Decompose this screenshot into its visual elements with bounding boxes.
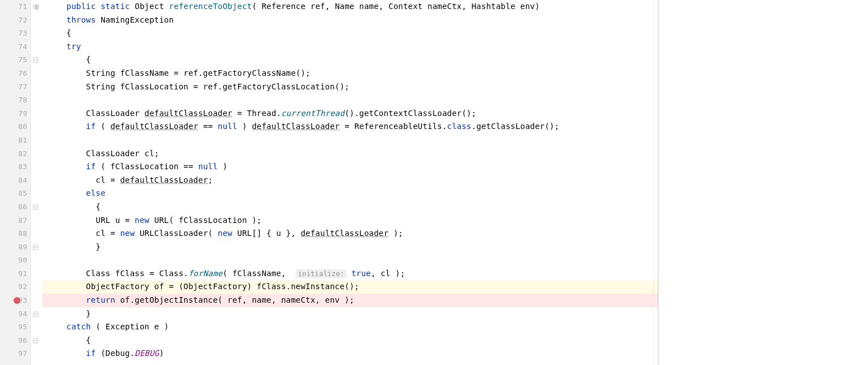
code-token: true — [351, 269, 371, 278]
code-line[interactable]: } — [42, 241, 658, 254]
gutter-marker[interactable] — [31, 267, 42, 281]
line-number-gutter[interactable]: 7172737475767778798081828384858687888990… — [0, 0, 31, 365]
code-line[interactable]: ObjectFactory of = (ObjectFactory) fClas… — [42, 280, 658, 294]
line-number[interactable]: 76 — [0, 67, 31, 80]
line-number[interactable]: 88 — [0, 227, 31, 241]
code-line[interactable]: return of.getObjectInstance( ref, name, … — [42, 294, 658, 307]
gutter-marker[interactable] — [31, 147, 42, 161]
gutter-marker[interactable] — [31, 294, 42, 307]
code-line[interactable]: { — [42, 27, 658, 40]
fold-icon[interactable] — [33, 244, 38, 250]
code-line[interactable] — [42, 93, 658, 107]
code-line[interactable]: cl = new URLClassLoader( new URL[] { u }… — [42, 227, 658, 241]
gutter-marker[interactable] — [31, 280, 42, 294]
gutter-marker[interactable] — [31, 320, 42, 334]
line-number[interactable]: 72 — [0, 14, 31, 27]
gutter-marker[interactable] — [31, 241, 42, 254]
gutter-marker[interactable] — [31, 67, 42, 80]
fold-icon[interactable] — [33, 57, 38, 63]
line-number[interactable]: 97 — [0, 347, 31, 360]
gutter-marker[interactable] — [31, 160, 42, 174]
gutter-marker[interactable] — [31, 27, 42, 40]
fold-icon[interactable] — [33, 4, 38, 10]
line-number[interactable]: 83 — [0, 160, 31, 174]
line-number[interactable]: 89 — [0, 241, 31, 254]
code-line[interactable]: public static Object referenceToObject( … — [42, 0, 658, 14]
code-line[interactable]: String fClassLocation = ref.getFactoryCl… — [42, 80, 658, 94]
marker-column[interactable]: @ — [31, 0, 42, 365]
gutter-marker[interactable] — [31, 307, 42, 321]
code-line[interactable]: Class fClass = Class.forName( fClassName… — [42, 267, 658, 281]
gutter-marker[interactable] — [31, 227, 42, 241]
code-line[interactable]: else — [42, 187, 658, 200]
code-line[interactable]: } — [42, 307, 658, 321]
line-number[interactable]: 84 — [0, 174, 31, 187]
code-line[interactable]: ClassLoader cl; — [42, 147, 658, 161]
gutter-marker[interactable] — [31, 53, 42, 67]
code-token: if — [86, 162, 96, 171]
line-number[interactable]: 82 — [0, 147, 31, 161]
code-line[interactable]: URL u = new URL( fClassLocation ); — [42, 214, 658, 227]
line-number[interactable]: 90 — [0, 254, 31, 267]
code-line[interactable]: if ( fClassLocation == null ) — [42, 160, 658, 174]
line-number[interactable]: 79 — [0, 107, 31, 121]
gutter-marker[interactable] — [31, 80, 42, 94]
code-line[interactable]: { — [42, 53, 658, 67]
right-margin — [659, 0, 868, 365]
line-number[interactable]: 71 — [0, 0, 31, 14]
line-number[interactable]: 87 — [0, 214, 31, 227]
gutter-marker[interactable] — [31, 214, 42, 227]
line-number[interactable]: 94 — [0, 307, 31, 321]
code-line[interactable]: cl = defaultClassLoader; — [42, 174, 658, 187]
line-number[interactable]: 78 — [0, 93, 31, 107]
line-number[interactable]: 85 — [0, 187, 31, 200]
gutter-marker[interactable] — [31, 14, 42, 27]
fold-icon[interactable] — [33, 338, 38, 343]
code-line[interactable]: try — [42, 40, 658, 54]
code-token: null — [198, 162, 218, 171]
line-number[interactable]: 73 — [0, 27, 31, 40]
code-line[interactable]: ClassLoader defaultClassLoader = Thread.… — [42, 107, 658, 121]
line-number[interactable]: 77 — [0, 80, 31, 94]
line-number[interactable]: 74 — [0, 40, 31, 54]
gutter-marker[interactable] — [31, 200, 42, 214]
line-number[interactable]: 86 — [0, 200, 31, 214]
gutter-marker[interactable] — [31, 134, 42, 147]
line-number[interactable]: 75 — [0, 53, 31, 67]
fold-icon[interactable] — [33, 311, 38, 317]
line-number[interactable]: 81 — [0, 134, 31, 147]
fold-icon[interactable] — [33, 204, 38, 210]
line-number[interactable]: 95 — [0, 320, 31, 334]
gutter-marker[interactable] — [31, 107, 42, 121]
line-number[interactable]: 80 — [0, 120, 31, 134]
code-token: defaultClassLoader — [252, 122, 339, 131]
code-token: static — [101, 2, 130, 11]
code-line[interactable]: catch ( Exception e ) — [42, 320, 658, 334]
line-number[interactable]: 92 — [0, 280, 31, 294]
gutter-marker[interactable] — [31, 93, 42, 107]
code-line[interactable]: throws NamingException — [42, 14, 658, 27]
gutter-marker[interactable] — [31, 187, 42, 200]
gutter-marker[interactable] — [31, 174, 42, 187]
gutter-marker[interactable] — [31, 40, 42, 54]
code-line[interactable]: String fClassName = ref.getFactoryClassN… — [42, 67, 658, 80]
code-line[interactable]: if ( defaultClassLoader == null ) defaul… — [42, 120, 658, 134]
code-line[interactable]: if (Debug.DEBUG) — [42, 347, 658, 360]
code-token: return — [86, 295, 115, 304]
code-token: class — [447, 122, 472, 131]
gutter-marker[interactable] — [31, 347, 42, 360]
breakpoint-icon[interactable] — [14, 297, 20, 304]
code-line[interactable]: { — [42, 334, 658, 347]
gutter-marker[interactable]: @ — [31, 0, 42, 14]
code-line[interactable] — [42, 134, 658, 147]
code-line[interactable]: { — [42, 200, 658, 214]
gutter-marker[interactable] — [31, 120, 42, 134]
inline-hint: initialize: — [296, 269, 347, 278]
gutter-marker[interactable] — [31, 254, 42, 267]
line-number[interactable]: 91 — [0, 267, 31, 281]
gutter-marker[interactable] — [31, 334, 42, 347]
code-token: forName — [188, 269, 222, 278]
code-line[interactable] — [42, 254, 658, 267]
code-area[interactable]: public static Object referenceToObject( … — [42, 0, 659, 365]
line-number[interactable]: 96 — [0, 334, 31, 347]
